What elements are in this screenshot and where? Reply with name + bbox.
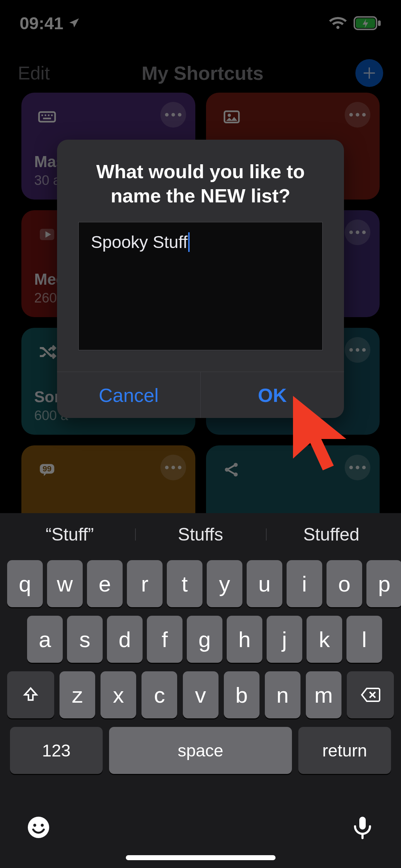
key-p[interactable]: p xyxy=(366,560,401,607)
keyboard-row: q w e r t y u i o p xyxy=(7,560,394,607)
key-s[interactable]: s xyxy=(67,616,103,663)
backspace-key[interactable] xyxy=(347,671,394,718)
key-v[interactable]: v xyxy=(183,671,219,718)
key-a[interactable]: a xyxy=(27,616,63,663)
keyboard-suggestions: “Stuff” Stuffs Stuffed xyxy=(4,513,397,556)
key-i[interactable]: i xyxy=(287,560,322,607)
alert-title: What would you like to name the NEW list… xyxy=(57,140,344,222)
keyboard: “Stuff” Stuffs Stuffed q w e r t y u i o… xyxy=(0,513,401,868)
alert-dialog: What would you like to name the NEW list… xyxy=(57,140,344,418)
key-w[interactable]: w xyxy=(47,560,83,607)
key-t[interactable]: t xyxy=(167,560,202,607)
cancel-button[interactable]: Cancel xyxy=(57,372,200,418)
key-q[interactable]: q xyxy=(7,560,43,607)
svg-point-17 xyxy=(28,817,49,838)
key-r[interactable]: r xyxy=(127,560,163,607)
alert-text-input[interactable]: Spooky Stuff xyxy=(78,222,323,350)
keyboard-row: z x c v b n m xyxy=(7,671,394,718)
suggestion[interactable]: Stuffs xyxy=(135,524,266,545)
key-l[interactable]: l xyxy=(346,616,382,663)
key-b[interactable]: b xyxy=(224,671,259,718)
suggestion[interactable]: Stuffed xyxy=(266,524,397,545)
key-g[interactable]: g xyxy=(187,616,222,663)
cursor-pointer-overlay xyxy=(285,392,364,485)
key-f[interactable]: f xyxy=(147,616,182,663)
key-u[interactable]: u xyxy=(247,560,282,607)
svg-point-18 xyxy=(33,824,36,827)
keyboard-row: 123 space return xyxy=(7,727,394,774)
key-z[interactable]: z xyxy=(60,671,95,718)
emoji-key[interactable] xyxy=(26,815,51,842)
svg-point-19 xyxy=(41,824,43,827)
key-o[interactable]: o xyxy=(327,560,362,607)
return-key[interactable]: return xyxy=(298,727,391,774)
keyboard-row: a s d f g h j k l xyxy=(7,616,394,663)
key-e[interactable]: e xyxy=(87,560,123,607)
key-x[interactable]: x xyxy=(101,671,136,718)
svg-rect-20 xyxy=(359,817,366,830)
key-y[interactable]: y xyxy=(207,560,242,607)
home-indicator[interactable] xyxy=(126,855,276,860)
key-m[interactable]: m xyxy=(306,671,341,718)
key-c[interactable]: c xyxy=(142,671,177,718)
key-h[interactable]: h xyxy=(227,616,262,663)
key-n[interactable]: n xyxy=(265,671,300,718)
key-d[interactable]: d xyxy=(107,616,143,663)
numbers-key[interactable]: 123 xyxy=(10,727,103,774)
suggestion[interactable]: “Stuff” xyxy=(4,524,135,545)
space-key[interactable]: space xyxy=(109,727,292,774)
key-k[interactable]: k xyxy=(307,616,342,663)
key-j[interactable]: j xyxy=(267,616,302,663)
shift-key[interactable] xyxy=(7,671,54,718)
alert-input-value: Spooky Stuff xyxy=(91,232,190,252)
dictation-key[interactable] xyxy=(350,815,375,842)
